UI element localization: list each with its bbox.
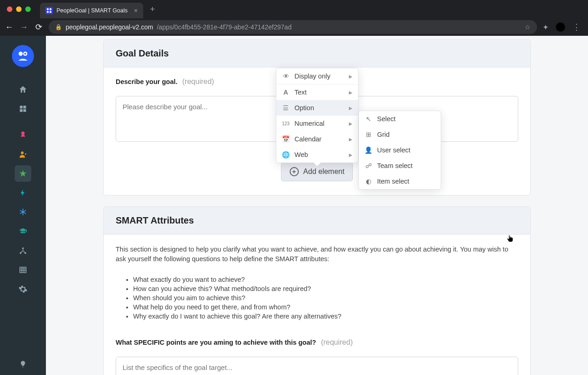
- number-icon: 123: [282, 121, 290, 126]
- chevron-right-icon: ▶: [349, 106, 353, 111]
- globe-icon: 🌐: [282, 151, 290, 158]
- menu-item-display-only[interactable]: 👁 Display only ▶: [276, 68, 358, 84]
- svg-point-3: [50, 11, 51, 13]
- sidebar-item-asterisk[interactable]: [15, 204, 31, 220]
- list-item: How can you achieve this? What method/to…: [133, 285, 518, 292]
- star-icon[interactable]: ☆: [525, 23, 531, 31]
- eye-icon: 👁: [282, 73, 290, 80]
- grid-icon: ⊞: [364, 131, 373, 138]
- extensions-icon[interactable]: ✦: [543, 23, 549, 32]
- svg-point-12: [22, 247, 24, 249]
- cursor-icon: ↖: [364, 115, 373, 123]
- text-icon: A: [282, 89, 290, 96]
- window-controls: [5, 6, 31, 12]
- sidebar: [0, 36, 46, 375]
- smart-attributes-title: SMART Attributes: [104, 207, 530, 235]
- sidebar-item-graduation[interactable]: [15, 223, 31, 240]
- sidebar-item-bolt[interactable]: [15, 185, 31, 201]
- url-host: peoplegoal.peoplegoal-v2.com: [66, 23, 153, 31]
- svg-rect-8: [23, 106, 26, 108]
- smart-intro-text: This section is designed to help you cla…: [116, 245, 518, 264]
- list-item: When should you aim to achieve this?: [133, 294, 518, 302]
- chevron-right-icon: ▶: [349, 74, 353, 79]
- sidebar-help-icon[interactable]: [15, 356, 31, 372]
- chevron-right-icon: ▶: [349, 152, 353, 157]
- main-content: Goal Details Describe your goal. (requir…: [46, 36, 588, 375]
- reload-button[interactable]: ⟳: [34, 22, 43, 32]
- menu-item-numerical[interactable]: 123 Numerical ▶: [276, 116, 358, 131]
- describe-goal-label: Describe your goal.: [116, 78, 178, 85]
- menu-item-text[interactable]: A Text ▶: [276, 84, 358, 100]
- submenu-item-item-select[interactable]: ◐ Item select: [359, 174, 441, 189]
- list-icon: ☰: [282, 104, 290, 112]
- svg-rect-7: [20, 106, 22, 108]
- svg-point-6: [24, 53, 26, 55]
- goal-details-title: Goal Details: [104, 40, 530, 67]
- element-type-menu: 👁 Display only ▶ A Text ▶ ☰ Option: [276, 68, 358, 163]
- app-logo[interactable]: [12, 45, 34, 67]
- address-bar[interactable]: 🔒 peoplegoal.peoplegoal-v2.com/apps/0c4f…: [49, 20, 537, 34]
- submenu-item-team-select[interactable]: ☍ Team select: [359, 158, 441, 174]
- sidebar-item-star[interactable]: [15, 165, 31, 182]
- profile-avatar[interactable]: [556, 22, 565, 32]
- user-icon: 👤: [364, 146, 373, 154]
- close-window-button[interactable]: [7, 6, 12, 12]
- svg-point-2: [47, 11, 49, 13]
- list-item: What exactly do you want to achieve?: [133, 276, 518, 283]
- submenu-item-user-select[interactable]: 👤 User select: [359, 142, 441, 158]
- svg-point-11: [21, 151, 24, 154]
- calendar-icon: 📅: [282, 135, 290, 143]
- required-label: (required): [182, 78, 214, 85]
- maximize-window-button[interactable]: [25, 6, 31, 12]
- browser-menu-icon[interactable]: ⋮: [572, 22, 581, 32]
- list-item: What help do you need to get there, and …: [133, 303, 518, 311]
- plus-circle-icon: +: [290, 167, 299, 176]
- menu-item-option[interactable]: ☰ Option ▶: [276, 100, 358, 116]
- goal-details-card: Goal Details Describe your goal. (requir…: [103, 39, 531, 196]
- url-path: /apps/0c4fb455-281e-4f79-abe2-47142ef297…: [157, 23, 291, 31]
- new-tab-button[interactable]: +: [150, 5, 155, 14]
- chevron-right-icon: ▶: [349, 137, 353, 142]
- specific-points-input[interactable]: [116, 357, 518, 375]
- svg-rect-9: [20, 109, 22, 112]
- option-submenu: ↖ Select ⊞ Grid 👤 User select ☍: [358, 111, 441, 190]
- browser-chrome: PeopleGoal | SMART Goals × + ← → ⟳ 🔒 peo…: [0, 0, 588, 36]
- chevron-right-icon: ▶: [349, 121, 353, 126]
- pie-icon: ◐: [364, 178, 373, 185]
- sidebar-apps-icon[interactable]: [15, 101, 31, 117]
- browser-tab[interactable]: PeopleGoal | SMART Goals ×: [40, 3, 143, 18]
- smart-questions-list: What exactly do you want to achieve? How…: [133, 276, 518, 320]
- sidebar-item-pink[interactable]: [15, 127, 31, 143]
- sidebar-item-table[interactable]: [15, 262, 31, 278]
- specific-points-label: What SPECIFIC points are you aming to ac…: [116, 339, 316, 346]
- smart-attributes-card: SMART Attributes This section is designe…: [103, 207, 531, 375]
- sidebar-item-person[interactable]: [15, 146, 31, 162]
- sidebar-home-icon[interactable]: [15, 81, 31, 98]
- submenu-item-select[interactable]: ↖ Select: [359, 111, 441, 127]
- submenu-item-grid[interactable]: ⊞ Grid: [359, 127, 441, 142]
- tab-close-icon[interactable]: ×: [134, 7, 138, 14]
- lock-icon: 🔒: [55, 24, 62, 30]
- sidebar-item-network[interactable]: [15, 242, 31, 259]
- chevron-right-icon: ▶: [349, 90, 353, 95]
- svg-rect-10: [23, 109, 26, 112]
- team-icon: ☍: [364, 162, 373, 169]
- svg-rect-15: [20, 267, 26, 273]
- tab-favicon: [45, 7, 53, 14]
- required-label: (required): [321, 338, 353, 346]
- back-button[interactable]: ←: [5, 22, 14, 32]
- list-item: Why exactly do I want to achieve this go…: [133, 313, 518, 320]
- tab-title: PeopleGoal | SMART Goals: [56, 7, 128, 14]
- menu-item-web[interactable]: 🌐 Web ▶: [276, 147, 358, 162]
- add-element-label: Add element: [303, 168, 345, 176]
- svg-point-1: [50, 8, 51, 10]
- forward-button[interactable]: →: [19, 22, 28, 32]
- minimize-window-button[interactable]: [16, 6, 22, 12]
- svg-point-0: [47, 8, 49, 10]
- sidebar-item-settings[interactable]: [15, 281, 31, 297]
- menu-item-calendar[interactable]: 📅 Calendar ▶: [276, 131, 358, 147]
- svg-point-4: [19, 52, 23, 56]
